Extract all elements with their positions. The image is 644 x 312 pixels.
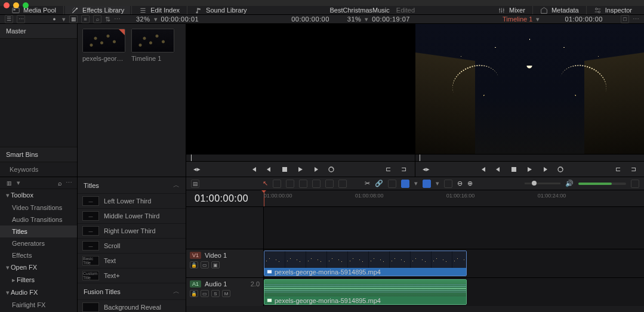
inspector-tab[interactable]: Inspector (588, 7, 638, 14)
toolbox-group[interactable]: ▾Toolbox (0, 189, 77, 202)
titles-group-header[interactable]: Titles ︿ (78, 177, 186, 194)
program-scrubber[interactable] (415, 154, 645, 161)
sort-icon[interactable]: ⇅ (105, 16, 110, 23)
chevron-down-icon[interactable]: ▾ (17, 179, 20, 187)
viewer-menu-icon[interactable]: ⋯ (633, 16, 639, 23)
flag-icon[interactable] (444, 180, 452, 188)
timeline-thumbnail[interactable]: Timeline 1 (131, 29, 174, 62)
close-window[interactable] (4, 2, 10, 8)
program-screen[interactable] (415, 24, 645, 154)
speaker-icon[interactable]: 🔊 (565, 180, 574, 187)
cat-fairlight[interactable]: Fairlight FX (0, 299, 77, 311)
fusion-group-header[interactable]: Fusion Titles ︿ (78, 283, 186, 300)
zoom-slider[interactable] (525, 183, 560, 184)
master-bin[interactable]: Master (0, 24, 77, 39)
title-item[interactable]: Basic TitleText (78, 254, 186, 268)
edit-index-tab[interactable]: Edit Index (133, 6, 186, 14)
video-clip[interactable]: pexels-george-morina-5914895.mp4 (264, 251, 467, 276)
audiofx-group[interactable]: ▾Audio FX (0, 286, 77, 299)
cat-generators[interactable]: Generators (0, 237, 77, 249)
more-icon[interactable]: ⋯ (66, 179, 72, 187)
view-list-icon[interactable]: ≡ (81, 15, 90, 23)
prev-frame-icon[interactable] (264, 165, 274, 174)
smart-bins-header[interactable]: Smart Bins (0, 147, 77, 162)
bin-list-icon[interactable]: ☰ (5, 15, 13, 23)
disable-video-icon[interactable]: ▣ (211, 261, 220, 268)
media-pool-tab[interactable]: Media Pool (6, 6, 62, 14)
overwrite-icon[interactable] (325, 180, 334, 188)
chevron-down-icon[interactable]: ▾ (62, 16, 66, 23)
video-track-header[interactable]: V1 Video 1 🔒 ▭ ▣ (186, 249, 264, 277)
video-lane[interactable]: pexels-george-morina-5914895.mp4 (264, 249, 644, 277)
blade-tool-icon[interactable] (299, 180, 307, 188)
auto-select-icon[interactable]: ▭ (201, 261, 209, 268)
title-item[interactable]: —Middle Lower Third (78, 209, 186, 224)
title-item[interactable]: Custom TitleText+ (78, 268, 186, 283)
openfx-group[interactable]: ▾Open FX (0, 261, 77, 274)
title-item[interactable]: —Left Lower Third (78, 194, 186, 209)
chevron-down-icon[interactable]: ▾ (536, 16, 540, 23)
mark-out-icon[interactable]: ⊐ (628, 165, 638, 174)
match-frame-icon[interactable]: ◂▸ (192, 165, 202, 174)
timeline-options-icon[interactable] (631, 180, 639, 188)
timeline-name[interactable]: Timeline 1 (503, 16, 532, 23)
blade-all-icon[interactable]: ✂ (365, 180, 370, 187)
source-zoom[interactable]: 32% (136, 16, 150, 23)
first-frame-icon[interactable] (478, 165, 488, 174)
stop-icon[interactable] (509, 165, 519, 174)
dynamic-trim-icon[interactable] (286, 180, 294, 188)
chevron-down-icon[interactable]: ▾ (436, 180, 439, 187)
chevron-down-icon[interactable]: ▾ (154, 16, 158, 23)
collapse-icon[interactable]: ︿ (173, 181, 180, 190)
cat-effects[interactable]: Effects (0, 249, 77, 261)
trim-tool-icon[interactable] (273, 180, 281, 188)
replace-icon[interactable] (338, 180, 347, 188)
zoom-in-icon[interactable]: ⊕ (467, 180, 473, 187)
view-thumb-icon[interactable]: ▦ (69, 15, 78, 23)
record-icon[interactable]: ● (50, 15, 58, 23)
cat-titles[interactable]: Titles (0, 225, 77, 237)
play-icon[interactable] (525, 165, 534, 174)
zoom-window[interactable] (23, 2, 29, 8)
search-icon[interactable]: ⌕ (93, 15, 101, 23)
next-frame-icon[interactable] (540, 165, 550, 174)
mark-in-icon[interactable]: ⊏ (613, 165, 623, 174)
program-zoom[interactable]: 31% (347, 16, 362, 23)
more-icon[interactable]: ⋯ (114, 16, 121, 23)
mark-in-icon[interactable]: ⊏ (384, 165, 393, 174)
snap-icon[interactable] (401, 180, 409, 188)
timeline-view-icon[interactable]: ▤ (191, 180, 199, 188)
search-icon[interactable]: ⌕ (58, 180, 62, 187)
stop-icon[interactable] (280, 165, 289, 174)
volume-slider[interactable] (578, 183, 626, 185)
audio-lane[interactable]: pexels-george-morina-5914895.mp4 (264, 278, 644, 306)
match-frame-icon[interactable]: ◂▸ (421, 165, 431, 174)
marker-icon[interactable] (423, 180, 431, 188)
lock-icon[interactable]: 🔒 (190, 290, 198, 297)
mark-out-icon[interactable]: ⊐ (399, 165, 409, 174)
position-lock-icon[interactable] (388, 180, 396, 188)
timeline-ruler[interactable]: 01:00:00:0001:00:08:0001:00:16:0001:00:2… (264, 190, 644, 206)
viewer-options-icon[interactable]: □ (621, 15, 629, 23)
cat-audio-transitions[interactable]: Audio Transitions (0, 214, 77, 225)
title-item[interactable]: —Scroll (78, 239, 186, 254)
first-frame-icon[interactable] (249, 165, 258, 174)
zoom-out-icon[interactable]: ⊖ (457, 180, 463, 187)
cat-filters[interactable]: ▸Filters (0, 274, 77, 286)
effects-library-tab[interactable]: Effects Library (65, 6, 130, 14)
selection-tool-icon[interactable]: ↖ (263, 180, 268, 187)
keywords-bin[interactable]: Keywords (0, 162, 77, 177)
source-screen[interactable] (186, 24, 415, 154)
play-icon[interactable] (295, 165, 305, 174)
bin-options-icon[interactable]: ⋯ (17, 15, 25, 23)
audio-clip[interactable]: pexels-george-morina-5914895.mp4 (264, 279, 467, 305)
audio-track-header[interactable]: A1 Audio 1 2.0 🔒 ▭ S M (186, 278, 264, 306)
collapse-icon[interactable]: ︿ (173, 287, 180, 296)
next-frame-icon[interactable] (311, 165, 321, 174)
sound-library-tab[interactable]: Sound Library (189, 6, 253, 14)
loop-icon[interactable] (556, 165, 565, 174)
panel-layout-icon[interactable]: ▥ (5, 179, 13, 187)
lock-icon[interactable]: 🔒 (190, 261, 198, 268)
clip-thumbnail[interactable]: pexels-george-m… (82, 29, 125, 62)
cat-video-transitions[interactable]: Video Transitions (0, 202, 77, 214)
